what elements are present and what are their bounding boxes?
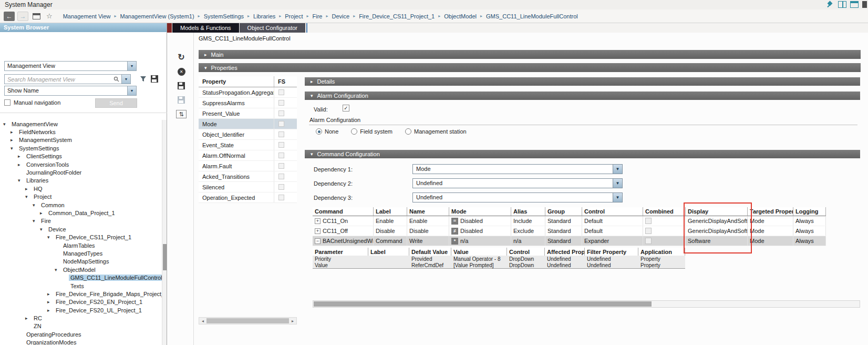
dropdown-arrow-icon[interactable]: ▼ bbox=[613, 193, 622, 202]
tree-item-gms-cc11-linemodulefullcontrol[interactable]: GMS_CC11_LineModuleFullControl bbox=[0, 273, 162, 281]
tree-item-texts[interactable]: Texts bbox=[0, 282, 162, 290]
parameter-row-priority[interactable]: PriorityProvidedManual Operator - 8DropD… bbox=[313, 256, 685, 262]
save-all-icon[interactable] bbox=[175, 95, 187, 105]
property-row-acked-transitions[interactable]: Acked_Transitions bbox=[199, 171, 297, 182]
refresh-icon[interactable]: ↻ bbox=[175, 52, 187, 62]
property-row-mode[interactable]: Mode bbox=[199, 119, 297, 129]
tree-item-hq[interactable]: ▸HQ bbox=[0, 185, 162, 192]
expand-arrow-icon[interactable]: ▸ bbox=[25, 316, 32, 321]
property-grid-hscrollbar[interactable]: ◂ ▸ bbox=[199, 317, 297, 324]
pin-icon[interactable] bbox=[826, 1, 834, 8]
fs-checkbox[interactable] bbox=[278, 89, 284, 95]
expand-arrow-icon[interactable]: ▸ bbox=[40, 210, 47, 216]
property-row-suppressalarms[interactable]: SuppressAlarms bbox=[199, 98, 297, 108]
fs-checkbox[interactable] bbox=[278, 100, 284, 106]
property-row-present-value[interactable]: Present_Value bbox=[199, 108, 297, 119]
breadcrumb-item-systemsettings[interactable]: SystemSettings bbox=[204, 13, 244, 19]
property-row-alarm-offnormal[interactable]: Alarm.OffNormal bbox=[199, 150, 297, 161]
expand-arrow-icon[interactable]: ▸ bbox=[47, 308, 54, 313]
tree-item-project[interactable]: ▾Project bbox=[0, 193, 162, 201]
combined-checkbox[interactable] bbox=[645, 228, 652, 234]
scrollbar-thumb[interactable] bbox=[314, 301, 652, 307]
collapse-arrow-icon[interactable]: ▾ bbox=[3, 121, 10, 127]
collapse-arrow-icon[interactable]: ▾ bbox=[47, 235, 54, 240]
manual-navigation-checkbox[interactable] bbox=[4, 99, 11, 106]
tree-item-fire-device-fs20-ul-project-1[interactable]: ▸Fire_Device_FS20_UL_Project_1 bbox=[0, 306, 162, 314]
forward-button[interactable]: → bbox=[17, 12, 28, 21]
display-mode-selector[interactable]: Show Name ▼ bbox=[4, 86, 137, 96]
tree-scrollbar[interactable] bbox=[162, 120, 167, 345]
valid-checkbox[interactable]: ✓ bbox=[343, 105, 349, 111]
property-row-alarm-fault[interactable]: Alarm.Fault bbox=[199, 161, 297, 171]
fs-checkbox[interactable] bbox=[278, 163, 284, 169]
section-main[interactable]: ▸ Main bbox=[199, 50, 861, 59]
expand-arrow-icon[interactable]: ▸ bbox=[11, 137, 17, 143]
filter-icon[interactable] bbox=[140, 76, 147, 83]
scrollbar-thumb[interactable] bbox=[206, 318, 289, 323]
fs-checkbox[interactable] bbox=[278, 121, 284, 127]
save-icon[interactable] bbox=[175, 80, 187, 91]
breadcrumb-item-gms-cc11-linemodulefullcontrol[interactable]: GMS_CC11_LineModuleFullControl bbox=[486, 13, 578, 19]
favorite-icon[interactable]: ☆ bbox=[46, 12, 53, 20]
collapse-arrow-icon[interactable]: ▾ bbox=[40, 227, 47, 232]
expand-arrow-icon[interactable]: ▸ bbox=[18, 154, 25, 159]
section-alarm-configuration[interactable]: ▾ Alarm Configuration bbox=[305, 92, 860, 100]
tree-item-fire-device-fire-brigade-maps-project-1[interactable]: ▸Fire_Device_Fire_Brigade_Maps_Project_1 bbox=[0, 290, 162, 298]
expand-arrow-icon[interactable]: ▸ bbox=[11, 129, 17, 135]
fs-checkbox[interactable] bbox=[278, 184, 284, 190]
scroll-left-icon[interactable]: ◂ bbox=[199, 318, 206, 324]
save-search-icon[interactable] bbox=[151, 75, 158, 84]
fs-checkbox[interactable] bbox=[278, 195, 284, 200]
fs-checkbox[interactable] bbox=[278, 131, 284, 137]
breadcrumb-item-objectmodel[interactable]: ObjectModel bbox=[444, 13, 477, 19]
collapse-arrow-icon[interactable]: ▾ bbox=[55, 267, 61, 272]
expand-arrow-icon[interactable]: ▸ bbox=[25, 186, 32, 191]
section-details[interactable]: ▸ Details bbox=[305, 77, 860, 86]
property-row-operation-expected[interactable]: Operation_Expected bbox=[199, 192, 297, 203]
search-dropdown-icon[interactable]: ▼ bbox=[122, 74, 131, 84]
tree-item-journalingrootfolder[interactable]: JournalingRootFolder bbox=[0, 168, 162, 176]
tree-item-fieldnetworks[interactable]: ▸FieldNetworks bbox=[0, 128, 162, 136]
tree-item-rc[interactable]: ▸RC bbox=[0, 314, 162, 322]
tree-item-managementview[interactable]: ▾ManagementView bbox=[0, 120, 162, 128]
dropdown-arrow-icon[interactable]: ▼ bbox=[613, 179, 622, 188]
fs-checkbox[interactable] bbox=[278, 153, 284, 158]
breadcrumb-item-fire-device-cs11-project-1[interactable]: Fire_Device_CS11_Project_1 bbox=[359, 13, 435, 19]
tree-item-zn[interactable]: ZN bbox=[0, 322, 162, 330]
collapse-arrow-icon[interactable]: ▾ bbox=[25, 194, 32, 199]
property-row-object-identifier[interactable]: Object_Identifier bbox=[199, 129, 297, 140]
radio-option-field-system[interactable]: Field system bbox=[351, 128, 392, 135]
dependency-2-select[interactable]: Undefined ▼ bbox=[412, 178, 623, 188]
radio-option-none[interactable]: None bbox=[316, 128, 338, 135]
breadcrumb-item-project[interactable]: Project bbox=[285, 13, 303, 19]
command-area-hscrollbar[interactable] bbox=[313, 300, 860, 308]
tab-object-configurator[interactable]: Object Configurator bbox=[240, 23, 305, 33]
expand-row-icon[interactable]: + bbox=[315, 228, 321, 234]
tree-item-nodemapsettings[interactable]: NodeMapSettings bbox=[0, 258, 162, 266]
collapse-arrow-icon[interactable]: ▾ bbox=[33, 202, 39, 208]
back-button[interactable]: ← bbox=[4, 12, 15, 21]
tree-item-common[interactable]: ▾Common bbox=[0, 201, 162, 209]
tree-item-fire-device-cs11-project-1[interactable]: ▾Fire_Device_CS11_Project_1 bbox=[0, 233, 162, 241]
tree-item-device[interactable]: ▾Device bbox=[0, 225, 162, 233]
property-row-statuspropagation-aggregat[interactable]: StatusPropagation.Aggregat bbox=[199, 87, 297, 98]
collapse-arrow-icon[interactable]: ▾ bbox=[18, 178, 25, 183]
combined-checkbox[interactable] bbox=[645, 218, 652, 224]
expand-arrow-icon[interactable]: ▸ bbox=[18, 162, 25, 167]
radio-option-management-station[interactable]: Management station bbox=[405, 128, 467, 135]
section-command-configuration[interactable]: ▾ Command Configuration bbox=[305, 150, 860, 158]
search-input[interactable] bbox=[4, 74, 122, 84]
tree-item-common-data-project-1[interactable]: ▸Common_Data_Project_1 bbox=[0, 209, 162, 217]
tree-item-alarmtables[interactable]: AlarmTables bbox=[0, 241, 162, 249]
breadcrumb-item-managementview-system1[interactable]: ManagementView (System1) bbox=[120, 13, 194, 19]
scroll-right-icon[interactable]: ▸ bbox=[289, 318, 296, 324]
collapse-row-icon[interactable]: − bbox=[315, 238, 321, 244]
fs-checkbox[interactable] bbox=[278, 142, 284, 148]
sort-icon[interactable]: ⇅ bbox=[175, 109, 187, 119]
combined-checkbox[interactable] bbox=[645, 238, 652, 244]
expand-arrow-icon[interactable]: ▸ bbox=[47, 299, 54, 305]
tree-item-conversiontools[interactable]: ▸ConversionTools bbox=[0, 160, 162, 168]
dropdown-arrow-icon[interactable]: ▼ bbox=[127, 86, 136, 95]
fs-checkbox[interactable] bbox=[278, 174, 284, 179]
tree-item-systemsettings[interactable]: ▾SystemSettings bbox=[0, 144, 162, 152]
